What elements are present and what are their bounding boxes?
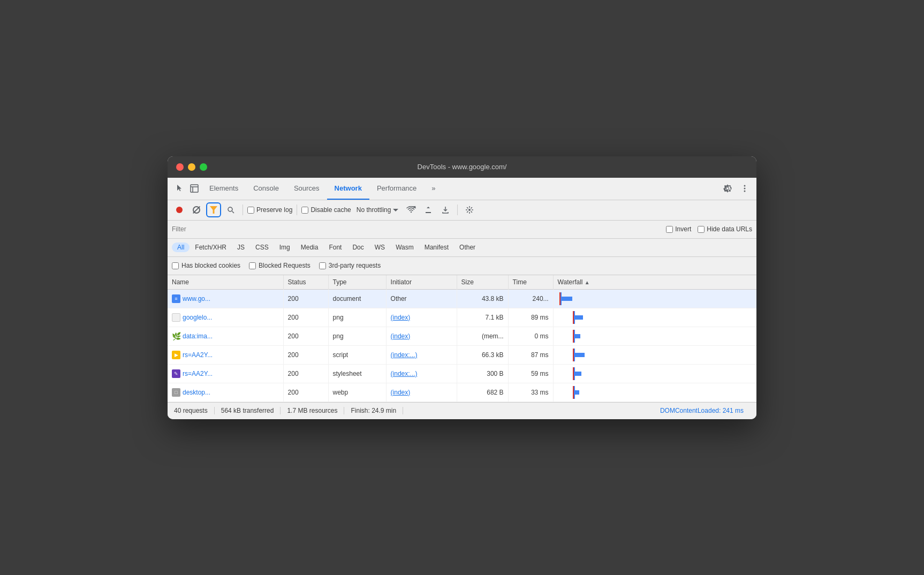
initiator-link[interactable]: (index:...) (391, 351, 418, 359)
blocked-requests-checkbox[interactable]: Blocked Requests (249, 262, 310, 269)
initiator-link[interactable]: (index) (391, 389, 411, 396)
svg-line-8 (232, 211, 234, 214)
cell-type: png (328, 327, 386, 345)
type-filter-js[interactable]: JS (232, 243, 250, 252)
cell-initiator: (index) (386, 308, 457, 327)
inspect-icon[interactable] (187, 181, 202, 196)
search-button[interactable] (223, 202, 238, 217)
initiator-link[interactable]: (index) (391, 314, 411, 321)
blocked-requests-input[interactable] (249, 262, 256, 269)
style-icon: ✎ (172, 369, 180, 378)
cell-name: □ desktop... (168, 383, 283, 402)
search-icon (227, 206, 234, 214)
type-filter-font[interactable]: Font (323, 243, 347, 252)
table-row[interactable]: □ desktop... 200 webp (index) 682 B 33 m… (168, 383, 756, 402)
cursor-icon[interactable] (172, 181, 187, 196)
network-settings-button[interactable] (462, 202, 477, 217)
preserve-log-checkbox[interactable]: Preserve log (247, 206, 292, 214)
settings-icon[interactable] (720, 181, 735, 196)
cell-initiator: (index:...) (386, 364, 457, 383)
col-initiator[interactable]: Initiator (386, 275, 457, 290)
invert-input[interactable] (666, 226, 673, 233)
table-row[interactable]: ✎ rs=AA2Y... 200 stylesheet (index:...) … (168, 364, 756, 383)
third-party-input[interactable] (319, 262, 326, 269)
initiator-link[interactable]: (index:...) (391, 370, 418, 377)
name-cell: ▶ rs=AA2Y... (172, 351, 279, 359)
type-filter-doc[interactable]: Doc (347, 243, 369, 252)
svg-point-7 (228, 207, 232, 211)
cell-name: ✎ rs=AA2Y... (168, 364, 283, 383)
type-filter-img[interactable]: Img (274, 243, 296, 252)
third-party-checkbox[interactable]: 3rd-party requests (319, 262, 381, 269)
waterfall-inner (558, 292, 718, 305)
import-button[interactable] (421, 202, 436, 217)
table-row[interactable]: 🌿 data:ima... 200 png (index) (mem... 0 … (168, 327, 756, 345)
cell-time: 59 ms (508, 364, 553, 383)
type-filter-css[interactable]: CSS (250, 243, 274, 252)
cell-name: 🌿 data:ima... (168, 327, 283, 345)
table-row[interactable]: ▶ rs=AA2Y... 200 script (index:...) 66.3… (168, 345, 756, 364)
col-type[interactable]: Type (328, 275, 386, 290)
cell-waterfall (553, 308, 756, 327)
hide-data-urls-input[interactable] (698, 226, 705, 233)
type-filter-manifest[interactable]: Manifest (419, 243, 454, 252)
tab-performance[interactable]: Performance (369, 177, 424, 200)
table-row[interactable]: googlelo... 200 png (index) 7.1 kB 89 ms (168, 308, 756, 327)
separator-3 (457, 205, 458, 215)
clear-button[interactable] (189, 202, 204, 217)
throttle-select[interactable]: No throttling (353, 205, 402, 215)
name-cell: googlelo... (172, 313, 279, 322)
filter-button[interactable] (206, 202, 221, 217)
tab-console[interactable]: Console (246, 177, 286, 200)
svg-point-13 (468, 209, 471, 211)
export-button[interactable] (438, 202, 453, 217)
filter-input[interactable] (172, 225, 279, 233)
type-filter-media[interactable]: Media (296, 243, 324, 252)
toolbar-row: Preserve log Disable cache No throttling (168, 200, 756, 221)
col-size[interactable]: Size (457, 275, 508, 290)
tab-sources[interactable]: Sources (286, 177, 327, 200)
network-table-container: Name Status Type Initiator Size Time Wat… (168, 275, 756, 402)
name-cell: 🌿 data:ima... (172, 332, 279, 341)
tab-elements[interactable]: Elements (202, 177, 246, 200)
type-filter-all[interactable]: All (172, 243, 190, 252)
col-waterfall[interactable]: Waterfall ▲ (553, 275, 756, 290)
svg-point-5 (744, 191, 746, 192)
record-stop-button[interactable] (172, 202, 187, 217)
disable-cache-checkbox[interactable]: Disable cache (301, 206, 351, 214)
webp-icon: □ (172, 388, 180, 397)
col-status[interactable]: Status (283, 275, 328, 290)
blocked-cookies-input[interactable] (172, 262, 179, 269)
cell-time: 0 ms (508, 327, 553, 345)
network-conditions-button[interactable] (404, 202, 419, 217)
type-filter-wasm[interactable]: Wasm (390, 243, 419, 252)
invert-checkbox[interactable]: Invert (666, 225, 691, 233)
col-name[interactable]: Name (168, 275, 283, 290)
disable-cache-input[interactable] (301, 207, 308, 214)
type-filter-fetch-xhr[interactable]: Fetch/XHR (190, 243, 232, 252)
close-button[interactable] (176, 163, 184, 171)
tab-more[interactable]: » (424, 177, 443, 200)
svg-rect-0 (191, 185, 198, 192)
preserve-log-input[interactable] (247, 207, 254, 214)
initiator-link[interactable]: (index) (391, 332, 411, 340)
maximize-button[interactable] (200, 163, 207, 171)
waterfall-cell (558, 367, 718, 380)
tab-network[interactable]: Network (327, 177, 369, 200)
hide-data-urls-checkbox[interactable]: Hide data URLs (698, 225, 752, 233)
waterfall-bar (575, 372, 581, 376)
col-time[interactable]: Time (508, 275, 553, 290)
minimize-button[interactable] (188, 163, 195, 171)
type-filter-other[interactable]: Other (454, 243, 481, 252)
cell-type: stylesheet (328, 364, 386, 383)
blocked-cookies-checkbox[interactable]: Has blocked cookies (172, 262, 240, 269)
name-value: rs=AA2Y... (183, 370, 213, 377)
status-resources: 1.7 MB resources (281, 407, 344, 414)
waterfall-cell (558, 349, 718, 361)
cell-size: 66.3 kB (457, 345, 508, 364)
separator-2 (297, 205, 297, 215)
table-row[interactable]: ≡ www.go... 200 document Other 43.8 kB 2… (168, 289, 756, 308)
cell-initiator: (index) (386, 327, 457, 345)
more-menu-icon[interactable] (737, 181, 752, 196)
type-filter-ws[interactable]: WS (369, 243, 390, 252)
